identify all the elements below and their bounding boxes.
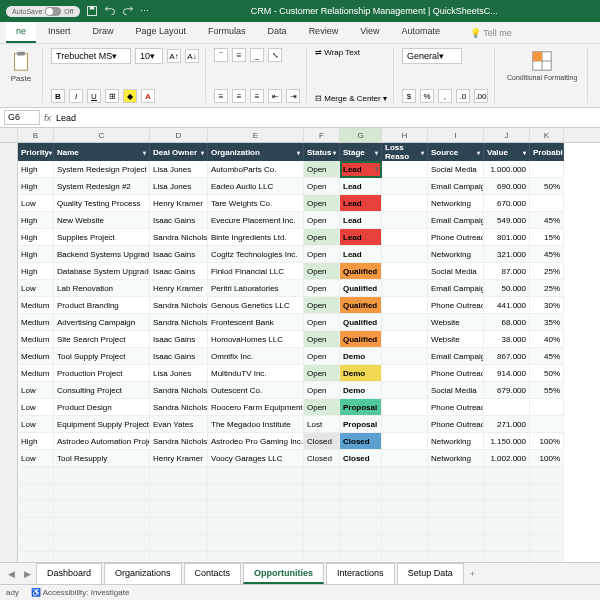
cell-reason[interactable] — [382, 399, 428, 416]
cell-org[interactable]: Voocy Garages LLC — [208, 450, 304, 467]
empty-cell[interactable] — [340, 501, 382, 518]
cell-prob[interactable]: 15% — [530, 229, 564, 246]
cell-org[interactable]: Frontescent Bank — [208, 314, 304, 331]
cell-status[interactable]: Closed — [304, 433, 340, 450]
row-header[interactable] — [0, 212, 18, 229]
empty-cell[interactable] — [150, 467, 208, 484]
cell-value[interactable]: 50.000 — [484, 280, 530, 297]
cell-source[interactable]: Email Campaign — [428, 212, 484, 229]
empty-cell[interactable] — [18, 535, 54, 552]
cell-org[interactable]: MultinduTV Inc. — [208, 365, 304, 382]
cell-priority[interactable]: High — [18, 161, 54, 178]
cell-value[interactable]: 914.000 — [484, 365, 530, 382]
merge-center-button[interactable]: ⊟ Merge & Center ▾ — [315, 94, 387, 103]
row-header[interactable] — [0, 178, 18, 195]
cell-source[interactable]: Phone Outreach — [428, 365, 484, 382]
cell-name[interactable]: Product Design — [54, 399, 150, 416]
empty-cell[interactable] — [208, 484, 304, 501]
cell-value[interactable]: 271.000 — [484, 416, 530, 433]
cell-prob[interactable] — [530, 416, 564, 433]
wrap-text-button[interactable]: ⇌ Wrap Text — [315, 48, 387, 57]
cell-stage[interactable]: Closed — [340, 433, 382, 450]
cell-prob[interactable]: 25% — [530, 263, 564, 280]
empty-cell[interactable] — [54, 501, 150, 518]
empty-cell[interactable] — [208, 501, 304, 518]
cell-stage[interactable]: Lead — [340, 212, 382, 229]
undo-icon[interactable] — [104, 5, 116, 17]
cell-org[interactable]: HomovaHomes LLC — [208, 331, 304, 348]
cell-priority[interactable]: Medium — [18, 297, 54, 314]
ribbon-tab-automate[interactable]: Automate — [392, 22, 451, 43]
cell-stage[interactable]: Qualified — [340, 297, 382, 314]
cell-name[interactable]: Supplies Project — [54, 229, 150, 246]
empty-cell[interactable] — [530, 467, 564, 484]
empty-cell[interactable] — [484, 501, 530, 518]
cell-reason[interactable] — [382, 178, 428, 195]
cell-stage[interactable]: Demo — [340, 348, 382, 365]
cell-stage[interactable]: Qualified — [340, 314, 382, 331]
cell-org[interactable]: Tare Weights Co. — [208, 195, 304, 212]
cell-priority[interactable]: High — [18, 229, 54, 246]
cell-source[interactable]: Social Media — [428, 382, 484, 399]
cell-name[interactable]: Consulting Project — [54, 382, 150, 399]
conditional-formatting-button[interactable]: Conditional Formatting — [503, 48, 581, 84]
empty-cell[interactable] — [150, 501, 208, 518]
row-header[interactable] — [0, 416, 18, 433]
sheet-nav-prev-icon[interactable]: ◀ — [4, 569, 18, 579]
row-header[interactable] — [0, 195, 18, 212]
italic-button[interactable]: I — [69, 89, 83, 103]
empty-cell[interactable] — [54, 484, 150, 501]
empty-cell[interactable] — [530, 518, 564, 535]
empty-cell[interactable] — [484, 484, 530, 501]
cell-name[interactable]: System Redesign #2 — [54, 178, 150, 195]
cell-status[interactable]: Open — [304, 280, 340, 297]
cell-prob[interactable]: 40% — [530, 331, 564, 348]
cell-status[interactable]: Open — [304, 399, 340, 416]
number-format-select[interactable]: General ▾ — [402, 48, 462, 64]
cell-priority[interactable]: Low — [18, 382, 54, 399]
cell-value[interactable]: 679.000 — [484, 382, 530, 399]
row-header[interactable] — [0, 246, 18, 263]
cell-org[interactable]: Roocero Farm Equipment Co. — [208, 399, 304, 416]
cell-status[interactable]: Open — [304, 212, 340, 229]
empty-cell[interactable] — [304, 467, 340, 484]
cell-priority[interactable]: Low — [18, 450, 54, 467]
empty-cell[interactable] — [340, 484, 382, 501]
row-header[interactable] — [0, 433, 18, 450]
empty-cell[interactable] — [304, 535, 340, 552]
row-header[interactable] — [0, 331, 18, 348]
cell-prob[interactable] — [530, 161, 564, 178]
cell-status[interactable]: Open — [304, 331, 340, 348]
cell-reason[interactable] — [382, 382, 428, 399]
new-sheet-button[interactable]: + — [466, 569, 480, 579]
align-bottom-button[interactable]: _ — [250, 48, 264, 62]
cell-priority[interactable]: High — [18, 433, 54, 450]
cell-value[interactable]: 1.000.000 — [484, 161, 530, 178]
empty-cell[interactable] — [382, 484, 428, 501]
cell-name[interactable]: Lab Renovation — [54, 280, 150, 297]
empty-cell[interactable] — [304, 518, 340, 535]
cell-priority[interactable]: Medium — [18, 348, 54, 365]
cell-name[interactable]: Product Branding — [54, 297, 150, 314]
row-header[interactable] — [0, 314, 18, 331]
cell-org[interactable]: Omnifix Inc. — [208, 348, 304, 365]
cell-stage[interactable]: Demo — [340, 365, 382, 382]
cell-priority[interactable]: High — [18, 212, 54, 229]
cell-name[interactable]: Equipment Supply Project — [54, 416, 150, 433]
cell-source[interactable]: Social Media — [428, 263, 484, 280]
cell-stage[interactable]: Lead — [340, 161, 382, 178]
cell-source[interactable]: Phone Outreach — [428, 416, 484, 433]
save-icon[interactable] — [86, 5, 98, 17]
cell-org[interactable]: Peritri Laboratories — [208, 280, 304, 297]
cell-org[interactable]: AutomboParts Co. — [208, 161, 304, 178]
column-header[interactable]: J — [484, 128, 530, 142]
cell-stage[interactable]: Qualified — [340, 263, 382, 280]
cell-org[interactable]: Cogitz Technologies Inc. — [208, 246, 304, 263]
cell-prob[interactable]: 50% — [530, 365, 564, 382]
cell-priority[interactable]: High — [18, 246, 54, 263]
cell-value[interactable]: 670.000 — [484, 195, 530, 212]
ribbon-tab-view[interactable]: View — [350, 22, 389, 43]
cell-owner[interactable]: Sandra Nichols — [150, 399, 208, 416]
bold-button[interactable]: B — [51, 89, 65, 103]
empty-cell[interactable] — [54, 535, 150, 552]
